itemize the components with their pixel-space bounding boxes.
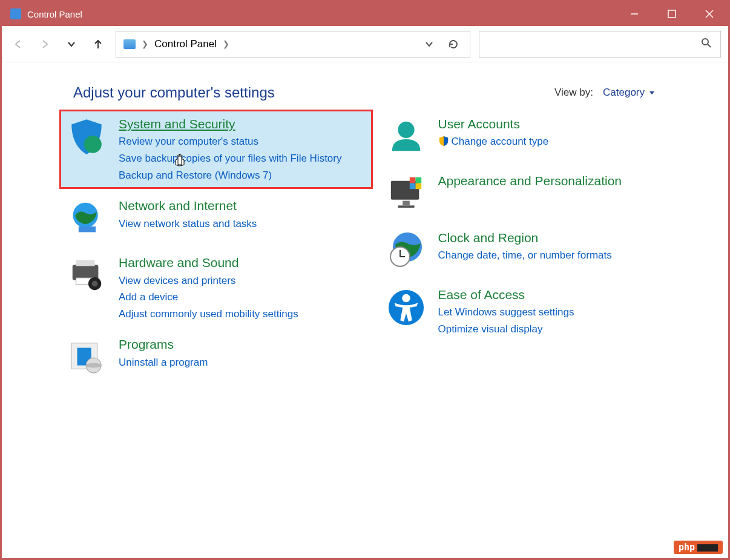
svg-rect-22: [403, 201, 410, 206]
svg-rect-24: [409, 177, 415, 183]
search-input[interactable]: [488, 39, 701, 50]
category-title[interactable]: Clock and Region: [438, 229, 612, 246]
app-icon: [10, 8, 21, 19]
watermark: php: [674, 541, 723, 554]
window-title: Control Panel: [27, 9, 616, 19]
svg-point-8: [84, 136, 102, 153]
category-programs[interactable]: Programs Uninstall a program: [59, 330, 373, 384]
view-by-dropdown[interactable]: Category: [603, 87, 656, 99]
clock-globe-icon: [385, 229, 427, 272]
category-link[interactable]: Change account type: [438, 134, 549, 150]
address-dropdown-button[interactable]: [420, 35, 438, 53]
page-heading: Adjust your computer's settings: [73, 84, 554, 101]
category-link[interactable]: Review your computer's status: [119, 134, 342, 150]
category-system-security[interactable]: System and Security Review your computer…: [59, 110, 373, 189]
printer-icon: [65, 254, 108, 297]
maximize-button[interactable]: [653, 2, 691, 26]
user-icon: [385, 116, 427, 158]
title-bar: Control Panel: [2, 2, 728, 26]
category-link[interactable]: View devices and printers: [119, 274, 298, 289]
svg-point-19: [86, 363, 101, 368]
category-user-accounts[interactable]: User Accounts Change account type: [379, 110, 692, 164]
svg-point-15: [92, 281, 98, 287]
refresh-button[interactable]: [444, 35, 462, 53]
category-link[interactable]: Uninstall a program: [119, 355, 208, 371]
back-button[interactable]: [9, 35, 27, 53]
address-bar[interactable]: ❯ Control Panel ❯: [116, 31, 470, 58]
category-network[interactable]: Network and Internet View network status…: [59, 191, 373, 246]
svg-point-33: [402, 294, 410, 303]
category-link[interactable]: Optimize visual display: [438, 322, 574, 337]
category-link[interactable]: Backup and Restore (Windows 7): [119, 168, 342, 183]
svg-rect-25: [415, 177, 421, 183]
toolbar: ❯ Control Panel ❯: [2, 26, 728, 62]
monitor-icon: [385, 173, 427, 215]
header-row: Adjust your computer's settings View by:…: [2, 62, 728, 110]
svg-rect-12: [76, 260, 95, 266]
search-icon[interactable]: [701, 38, 712, 51]
category-link[interactable]: Change date, time, or number formats: [438, 248, 612, 263]
globe-icon: [65, 197, 108, 240]
category-link[interactable]: Adjust commonly used mobility settings: [119, 307, 298, 322]
category-title[interactable]: Hardware and Sound: [119, 254, 298, 271]
svg-rect-10: [79, 226, 96, 232]
category-title[interactable]: User Accounts: [438, 116, 549, 132]
recent-locations-button[interactable]: [62, 35, 81, 53]
category-link[interactable]: Save backup copies of your files with Fi…: [119, 151, 342, 166]
category-ease-of-access[interactable]: Ease of Access Let Windows suggest setti…: [379, 280, 692, 343]
svg-rect-27: [415, 183, 421, 189]
close-button[interactable]: [691, 2, 728, 26]
svg-point-20: [398, 122, 414, 138]
view-by-label: View by:: [554, 87, 593, 99]
category-title[interactable]: Ease of Access: [438, 286, 574, 303]
accessibility-icon: [385, 286, 427, 329]
svg-point-5: [702, 39, 708, 45]
category-grid: System and Security Review your computer…: [2, 110, 728, 387]
address-location[interactable]: Control Panel: [154, 38, 217, 50]
chevron-right-icon[interactable]: ❯: [142, 39, 148, 48]
chevron-right-icon[interactable]: ❯: [223, 39, 229, 48]
column-right: User Accounts Change account type Appear…: [379, 110, 692, 387]
shield-icon: [65, 116, 108, 158]
minimize-button[interactable]: [616, 2, 653, 26]
category-clock-region[interactable]: Clock and Region Change date, time, or n…: [379, 223, 692, 278]
category-title[interactable]: Network and Internet: [119, 197, 257, 214]
category-title[interactable]: System and Security: [119, 116, 342, 132]
forward-button[interactable]: [36, 35, 54, 53]
programs-icon: [65, 336, 108, 378]
category-appearance[interactable]: Appearance and Personalization: [379, 166, 692, 221]
svg-rect-1: [668, 10, 676, 18]
view-by-value: Category: [603, 87, 645, 99]
category-link[interactable]: Add a device: [119, 290, 298, 305]
control-panel-icon: [123, 39, 136, 49]
svg-marker-7: [649, 91, 654, 94]
category-link[interactable]: View network status and tasks: [119, 217, 257, 232]
svg-rect-23: [398, 205, 414, 208]
category-title[interactable]: Appearance and Personalization: [438, 173, 622, 189]
svg-rect-26: [409, 183, 415, 189]
view-by: View by: Category: [554, 87, 656, 99]
column-left: System and Security Review your computer…: [59, 110, 373, 387]
category-hardware[interactable]: Hardware and Sound View devices and prin…: [59, 248, 373, 328]
search-box[interactable]: [479, 31, 721, 58]
uac-shield-icon: [438, 136, 449, 147]
up-button[interactable]: [89, 35, 107, 53]
category-link[interactable]: Let Windows suggest settings: [438, 305, 574, 320]
svg-line-6: [708, 44, 711, 47]
category-title[interactable]: Programs: [119, 336, 208, 352]
